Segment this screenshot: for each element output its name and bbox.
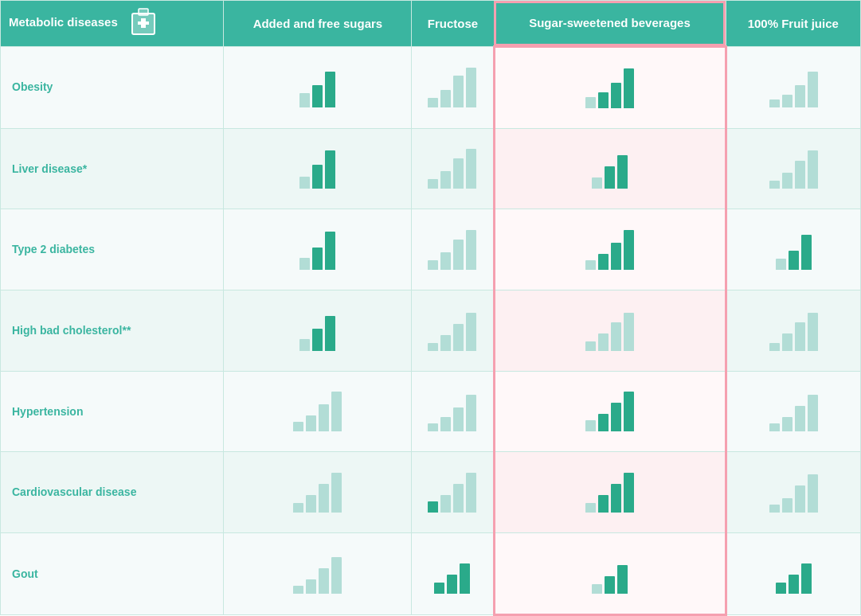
bar — [306, 579, 316, 594]
bar — [440, 90, 451, 107]
bar — [312, 329, 323, 351]
bar — [611, 83, 621, 108]
header-fructose: Fructose — [412, 1, 494, 47]
bar-chart — [298, 226, 337, 270]
bar — [466, 149, 476, 189]
bar — [299, 93, 310, 107]
disease-name: Hypertension — [1, 371, 224, 452]
cell-fruit-juice — [726, 532, 861, 614]
cell-fruit-juice — [726, 209, 861, 290]
bar — [299, 177, 310, 189]
bar-chart — [432, 550, 472, 594]
bar-chart — [298, 64, 337, 107]
bar — [428, 343, 438, 351]
cell-added-sugars — [224, 532, 412, 614]
bar — [776, 583, 786, 594]
table-row: High bad cholesterol** — [1, 290, 861, 371]
bar — [624, 392, 634, 431]
bar — [466, 230, 476, 270]
bar — [325, 316, 335, 351]
bar — [325, 72, 335, 107]
cell-ssb — [494, 128, 726, 209]
bar — [299, 258, 310, 270]
bar — [789, 251, 799, 270]
bar — [306, 415, 316, 431]
bar — [331, 557, 342, 594]
bar-chart — [292, 469, 343, 513]
bar — [769, 343, 780, 351]
bar — [325, 150, 335, 189]
cell-fructose — [412, 209, 494, 290]
bar-chart — [768, 469, 820, 513]
bar — [440, 495, 451, 513]
header-disease-label: Metabolic diseases — [9, 15, 118, 29]
bar — [801, 235, 812, 270]
cell-added-sugars — [224, 290, 412, 371]
disease-name: Obesity — [1, 46, 224, 128]
bar — [453, 240, 464, 270]
cell-ssb — [494, 46, 726, 128]
bar — [624, 473, 634, 513]
bar — [299, 339, 310, 351]
bar — [769, 181, 780, 189]
bar — [598, 414, 609, 431]
bar — [331, 392, 342, 431]
bar — [776, 259, 786, 270]
bar — [611, 243, 621, 270]
cell-added-sugars — [224, 452, 412, 533]
bar — [808, 313, 818, 351]
bar-chart — [584, 64, 636, 108]
cell-fruit-juice — [726, 128, 861, 209]
bar — [624, 230, 634, 270]
bar — [306, 495, 316, 513]
bar — [312, 165, 323, 189]
bar — [440, 252, 451, 270]
bar — [293, 586, 303, 594]
bar — [319, 404, 329, 431]
bar — [428, 98, 438, 107]
table-row: Hypertension — [1, 371, 861, 452]
bar — [453, 484, 464, 513]
bar — [789, 575, 799, 594]
bar — [605, 576, 615, 594]
cell-ssb — [494, 209, 726, 290]
bar — [808, 72, 818, 107]
svg-rect-3 — [138, 21, 149, 25]
table-row: Cardiovascular disease — [1, 452, 861, 533]
bar — [617, 155, 628, 189]
bar — [585, 341, 596, 351]
bar — [293, 503, 303, 513]
bar — [795, 322, 805, 351]
bar — [585, 260, 596, 270]
cell-fructose — [412, 452, 494, 533]
bar — [331, 473, 342, 513]
bar — [453, 324, 464, 351]
bar — [592, 177, 602, 189]
bar — [782, 333, 793, 351]
bar-chart — [426, 226, 478, 270]
bar-chart — [774, 226, 813, 270]
cell-ssb — [494, 452, 726, 533]
bar — [611, 322, 621, 351]
bar-chart — [584, 388, 636, 431]
bar — [592, 584, 602, 594]
table-row: Gout — [1, 532, 861, 614]
cell-ssb — [494, 532, 726, 614]
bar — [598, 92, 609, 108]
header-added-sugars: Added and free sugars — [224, 1, 412, 47]
bar — [585, 97, 596, 108]
cell-fructose — [412, 371, 494, 452]
bar-chart — [426, 388, 478, 431]
bar-chart — [426, 307, 478, 351]
bar-chart — [584, 307, 636, 351]
cell-added-sugars — [224, 209, 412, 290]
table-row: Obesity — [1, 46, 861, 128]
bar — [312, 85, 323, 107]
bar-chart — [768, 64, 820, 107]
bar — [293, 422, 303, 431]
bar — [611, 403, 621, 431]
bar — [466, 68, 476, 107]
bar — [466, 395, 476, 431]
header-fruit-juice: 100% Fruit juice — [726, 1, 861, 47]
cell-added-sugars — [224, 46, 412, 128]
